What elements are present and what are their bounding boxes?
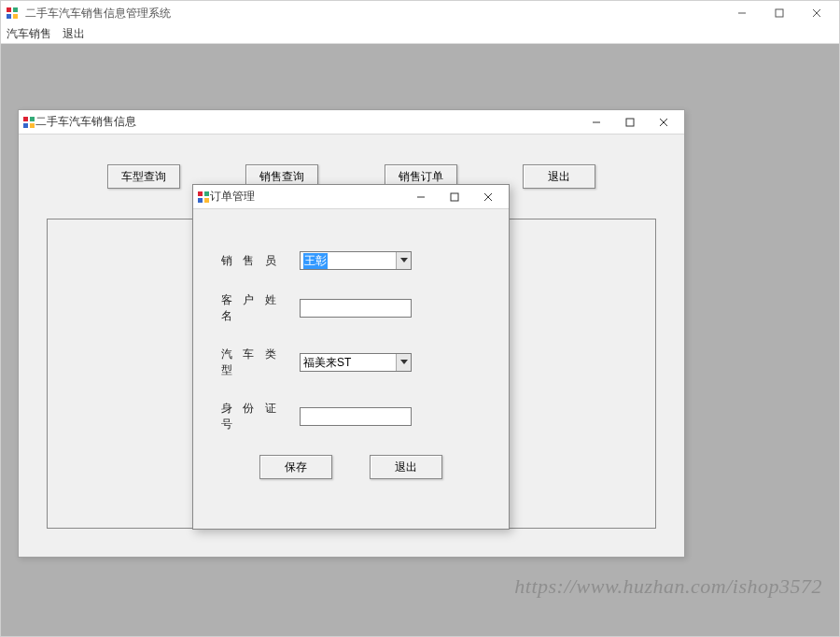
dialog-minimize-button[interactable] [404, 187, 438, 207]
sales-info-title: 二手车汽车销售信息 [35, 114, 580, 130]
main-window-controls [723, 2, 835, 24]
cartype-value: 福美来ST [303, 355, 351, 371]
dialog-close-button[interactable] [471, 187, 505, 207]
exit-button[interactable]: 退出 [523, 164, 595, 189]
row-cartype: 汽 车 类 型 福美来ST [221, 347, 481, 378]
mdi-client-area: 二手车汽车销售信息 车型查询 销售查询 销售订单 [1, 44, 839, 636]
menu-car-sales[interactable]: 汽车销售 [7, 26, 51, 42]
svg-rect-16 [198, 191, 203, 196]
order-dialog: 订单管理 销 售 员 王彰 [192, 184, 510, 530]
child-minimize-button[interactable] [580, 112, 613, 133]
svg-rect-17 [204, 191, 209, 196]
svg-rect-3 [13, 14, 18, 19]
svg-rect-11 [30, 123, 35, 128]
model-query-button[interactable]: 车型查询 [107, 164, 180, 189]
row-customer: 客 户 姓 名 [221, 292, 481, 324]
order-dialog-titlebar: 订单管理 [193, 185, 509, 209]
window-icon [22, 116, 35, 129]
label-idnum: 身 份 证 号 [221, 401, 300, 432]
menubar: 汽车销售 退出 [1, 25, 839, 44]
svg-rect-19 [204, 198, 209, 203]
svg-rect-5 [776, 9, 783, 17]
chevron-down-icon [396, 252, 411, 269]
child-maximize-button[interactable] [613, 112, 647, 133]
salesperson-combo[interactable]: 王彰 [300, 251, 412, 270]
customer-name-input[interactable] [300, 299, 412, 318]
maximize-button[interactable] [761, 2, 798, 24]
svg-rect-18 [198, 198, 203, 203]
svg-rect-9 [30, 117, 35, 121]
dialog-exit-button[interactable]: 退出 [370, 455, 442, 479]
app-icon [5, 6, 20, 21]
chevron-down-icon [396, 354, 411, 371]
minimize-button[interactable] [723, 2, 761, 24]
label-cartype: 汽 车 类 型 [221, 347, 300, 378]
dialog-maximize-button[interactable] [438, 187, 471, 207]
main-window: 二手车汽车销售信息管理系统 汽车销售 退出 [0, 0, 840, 637]
sales-info-titlebar: 二手车汽车销售信息 [19, 110, 684, 134]
svg-rect-1 [13, 7, 18, 12]
svg-rect-0 [7, 7, 11, 12]
close-button[interactable] [798, 2, 835, 24]
label-salesperson: 销 售 员 [221, 253, 300, 269]
main-titlebar: 二手车汽车销售信息管理系统 [1, 1, 839, 25]
save-button[interactable]: 保存 [259, 455, 332, 479]
svg-marker-25 [400, 360, 408, 364]
order-dialog-title: 订单管理 [210, 189, 404, 205]
id-number-input[interactable] [300, 407, 412, 426]
cartype-combo[interactable]: 福美来ST [300, 353, 412, 372]
salesperson-value: 王彰 [303, 253, 328, 269]
dialog-controls [404, 187, 505, 207]
svg-rect-10 [23, 123, 28, 128]
order-dialog-body: 销 售 员 王彰 客 户 姓 名 汽 车 类 型 福美来ST [193, 209, 509, 479]
main-title: 二手车汽车销售信息管理系统 [25, 6, 723, 21]
child-close-button[interactable] [647, 112, 680, 133]
dialog-button-row: 保存 退出 [221, 455, 481, 479]
svg-rect-8 [23, 117, 28, 121]
svg-rect-21 [451, 193, 458, 201]
menu-exit[interactable]: 退出 [63, 26, 85, 42]
dialog-icon [197, 191, 210, 204]
row-idnum: 身 份 证 号 [221, 401, 481, 432]
svg-rect-13 [626, 119, 634, 126]
sales-info-controls [580, 112, 680, 133]
svg-marker-24 [400, 258, 408, 262]
svg-rect-2 [7, 14, 11, 19]
label-customer: 客 户 姓 名 [221, 292, 300, 324]
row-salesperson: 销 售 员 王彰 [221, 251, 481, 270]
